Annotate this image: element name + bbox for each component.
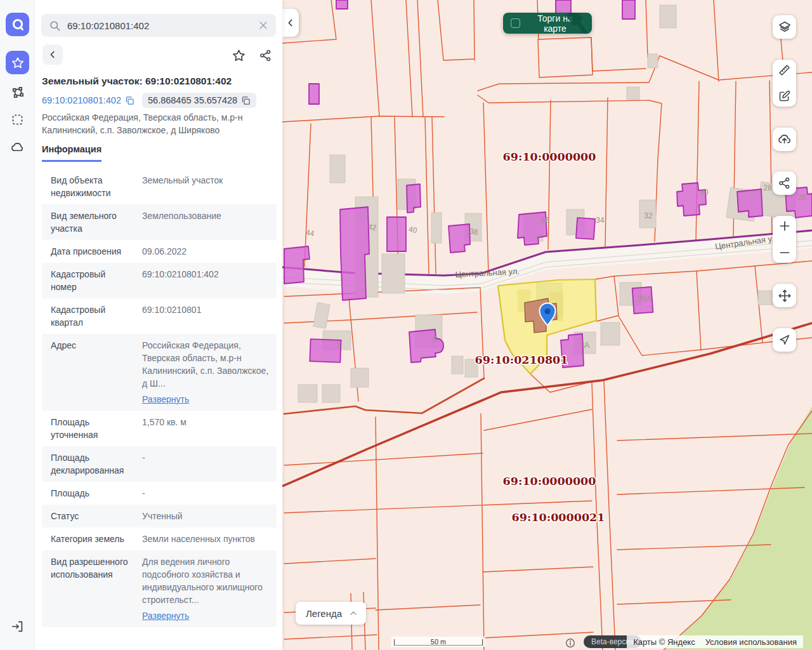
table-row-permitted-use: Вид разрешенного использования Для веден… <box>42 550 277 627</box>
coordinates-chip[interactable]: 56.868465 35.657428 <box>142 93 256 108</box>
table-row: Дата присвоения 09.06.2022 <box>42 240 277 263</box>
scale-label: 50 m <box>431 637 446 647</box>
object-panel: Земельный участок: 69:10:0210801:402 69:… <box>35 0 282 650</box>
favorite-button[interactable] <box>229 46 248 65</box>
object-header <box>41 44 276 67</box>
sidebar-item-polygon-tool[interactable] <box>6 81 29 105</box>
cadastral-map[interactable]: 69:10:0000000 69:10:0210801 69:10:000000… <box>282 0 812 650</box>
star-icon <box>11 56 25 70</box>
cloud-upload-icon <box>777 132 792 147</box>
copy-icon[interactable] <box>125 96 134 105</box>
sidebar-item-select-area[interactable] <box>6 108 29 131</box>
house-number-label: 26 <box>797 193 806 202</box>
chevron-left-icon <box>47 49 58 60</box>
checkbox-icon[interactable] <box>511 18 520 28</box>
table-row: Категория земель Земли населенных пункто… <box>42 527 277 550</box>
house-number-label: 38 <box>469 227 479 237</box>
auctions-on-map-toggle[interactable]: Торги на карте <box>503 13 592 34</box>
sidebar-item-cloud[interactable] <box>6 135 29 159</box>
share-button[interactable] <box>256 46 275 65</box>
map-area: 69:10:0000000 69:10:0210801 69:10:000000… <box>282 0 812 650</box>
table-row: Площадь уточненная 1,570 кв. м <box>42 411 277 446</box>
search-icon <box>49 20 61 32</box>
expand-permitted-use-link[interactable]: Развернуть <box>142 609 189 622</box>
chevron-up-icon <box>348 608 358 618</box>
share-map-button[interactable] <box>773 171 796 195</box>
close-icon <box>258 20 268 30</box>
quarter-label: 69:10:0000000 <box>503 475 596 488</box>
table-row: Кадастровый квартал 69:10:0210801 <box>42 298 277 334</box>
house-number-label: 3А <box>580 341 590 350</box>
quarter-label: 69:10:0000021 <box>512 511 605 524</box>
house-number-label: 28 <box>763 183 772 192</box>
logo-icon <box>11 18 25 32</box>
dashed-select-icon <box>11 113 24 126</box>
clear-search-button[interactable] <box>258 20 268 30</box>
sign-in-icon <box>11 620 25 633</box>
share-icon <box>259 49 272 62</box>
app-logo[interactable] <box>6 13 29 36</box>
house-number-label: 5 <box>433 335 437 344</box>
house-number-label: 42 <box>367 222 377 232</box>
table-row: Площадь декларированная - <box>42 446 277 482</box>
legend-label: Легенда <box>306 608 342 619</box>
zoom-controls[interactable] <box>773 216 796 263</box>
pan-button[interactable] <box>773 284 796 307</box>
house-number-label: 36 <box>540 216 549 225</box>
cadastral-number-chip[interactable]: 69:10:0210801:402 <box>42 95 134 105</box>
star-icon <box>232 48 246 63</box>
zoom-out-icon[interactable] <box>778 246 791 259</box>
zoom-in-icon[interactable] <box>778 220 791 232</box>
info-icon <box>565 638 575 648</box>
table-row: Статус Учтенный <box>42 505 277 527</box>
expand-address-link[interactable]: Развернуть <box>142 393 189 406</box>
table-row-address: Адрес Российская Федерация, Тверская обл… <box>42 334 277 411</box>
pan-icon <box>778 289 792 303</box>
panel-tabs: Информация <box>42 143 102 162</box>
attribution-text: Карты © Яндекс <box>633 637 695 647</box>
table-row: Вид объекта недвижимости Земельный участ… <box>42 169 277 204</box>
object-address: Российская Федерация, Тверская область, … <box>42 111 251 136</box>
layers-button[interactable] <box>773 15 796 39</box>
gavel-icon <box>561 13 592 34</box>
info-button[interactable] <box>565 638 575 650</box>
ruler-icon[interactable] <box>778 63 791 77</box>
app-rail <box>0 0 35 650</box>
collapse-panel-button[interactable] <box>282 9 299 37</box>
house-number-label: 32 <box>644 211 653 220</box>
layers-icon <box>778 20 792 34</box>
quarter-label: 69:10:0210801 <box>475 354 568 366</box>
map-attribution: Карты © Яндекс Условия использования <box>627 635 803 648</box>
search-bar[interactable] <box>41 14 276 37</box>
upload-button[interactable] <box>773 128 796 151</box>
back-button[interactable] <box>43 44 63 65</box>
sidebar-item-favorites[interactable] <box>6 51 29 74</box>
measure-edit-group[interactable] <box>773 60 796 107</box>
legend-button[interactable]: Легенда <box>296 602 366 625</box>
edit-icon[interactable] <box>778 90 791 103</box>
house-number-label: 25А <box>638 295 651 303</box>
house-number-label: 34 <box>596 216 605 225</box>
cloud-icon <box>10 140 25 154</box>
terms-of-use-link[interactable]: Условия использования <box>705 637 797 647</box>
object-chips: 69:10:0210801:402 56.868465 35.657428 <box>42 93 256 108</box>
table-row: Вид земельного участка Землепользование <box>42 204 277 240</box>
house-number-label: 7 <box>337 342 341 350</box>
polygon-vertices-icon <box>10 86 25 100</box>
chevron-left-icon <box>285 18 296 28</box>
scale-bar: 50 m <box>391 637 485 647</box>
tab-information[interactable]: Информация <box>42 144 102 162</box>
locate-me-button[interactable] <box>773 328 796 352</box>
search-input[interactable] <box>67 20 252 31</box>
copy-icon[interactable] <box>241 96 251 105</box>
share-icon <box>778 176 791 190</box>
page-title: Земельный участок: 69:10:0210801:402 <box>42 76 275 87</box>
quarter-label: 69:10:0000000 <box>503 150 596 163</box>
table-row: Площадь - <box>42 482 277 505</box>
sign-in-button[interactable] <box>6 614 29 638</box>
house-number-label: 44 <box>305 228 315 238</box>
navigation-arrow-icon <box>778 333 791 347</box>
info-table: Вид объекта недвижимости Земельный участ… <box>42 169 277 627</box>
table-row: Кадастровый номер 69:10:0210801:402 <box>42 263 277 298</box>
app-root: Земельный участок: 69:10:0210801:402 69:… <box>0 0 812 650</box>
